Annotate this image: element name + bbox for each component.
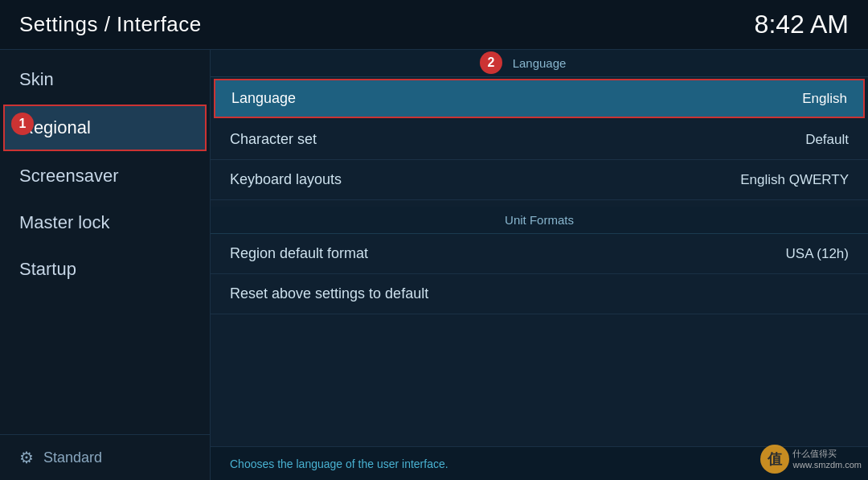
sidebar-item-screensaver[interactable]: Screensaver (0, 153, 210, 199)
setting-value-character-set: Default (805, 132, 849, 148)
watermark: 值 什么值得买 www.smzdm.com (760, 445, 862, 474)
content-main: 2 Language Language English Character se… (211, 50, 868, 446)
sidebar-footer[interactable]: ⚙ Standard (0, 434, 210, 480)
setting-label-keyboard-layouts: Keyboard layouts (230, 171, 342, 188)
main-layout: Skin 1 Regional Screensaver Master lock … (0, 50, 868, 480)
sidebar-item-label-screensaver: Screensaver (19, 166, 119, 186)
setting-row-language[interactable]: Language English (214, 79, 865, 118)
setting-label-reset-settings: Reset above settings to default (230, 285, 428, 302)
clock: 8:42 AM (755, 10, 849, 39)
setting-value-keyboard-layouts: English QWERTY (740, 172, 849, 188)
setting-value-region-default-format: USA (12h) (786, 246, 849, 262)
section-label-language: Language (513, 56, 567, 70)
gear-icon: ⚙ (19, 448, 34, 467)
sidebar-item-startup[interactable]: Startup (0, 246, 210, 293)
sidebar-items: Skin 1 Regional Screensaver Master lock … (0, 50, 210, 293)
setting-label-language: Language (231, 90, 296, 107)
sidebar-item-label-master-lock: Master lock (19, 212, 109, 232)
watermark-icon: 值 (760, 445, 789, 474)
sidebar-item-regional[interactable]: 1 Regional (3, 105, 207, 151)
sidebar-item-label-skin: Skin (19, 69, 54, 89)
status-text: Chooses the language of the user interfa… (230, 457, 448, 470)
section-label-unit-formats: Unit Formats (505, 213, 574, 227)
section-header-unit-formats: Unit Formats (211, 207, 868, 234)
page-title: Settings / Interface (19, 12, 202, 37)
setting-label-character-set: Character set (230, 131, 317, 148)
content-area: 2 Language Language English Character se… (211, 50, 868, 480)
sidebar-item-skin[interactable]: Skin (0, 56, 210, 103)
setting-label-region-default-format: Region default format (230, 245, 368, 262)
setting-row-region-default-format[interactable]: Region default format USA (12h) (211, 234, 868, 274)
section-header-language: 2 Language (211, 50, 868, 77)
sidebar-footer-label: Standard (43, 449, 102, 466)
setting-row-keyboard-layouts[interactable]: Keyboard layouts English QWERTY (211, 160, 868, 200)
header: Settings / Interface 8:42 AM (0, 0, 868, 50)
setting-value-language: English (802, 91, 847, 107)
sidebar-badge-1: 1 (11, 113, 34, 135)
setting-row-character-set[interactable]: Character set Default (211, 120, 868, 160)
section-badge-2: 2 (480, 51, 502, 74)
sidebar-item-master-lock[interactable]: Master lock (0, 199, 210, 246)
sidebar-item-label-startup: Startup (19, 259, 76, 279)
watermark-text: 什么值得买 www.smzdm.com (792, 448, 862, 471)
setting-row-reset-settings[interactable]: Reset above settings to default (211, 274, 868, 314)
sidebar: Skin 1 Regional Screensaver Master lock … (0, 50, 211, 480)
